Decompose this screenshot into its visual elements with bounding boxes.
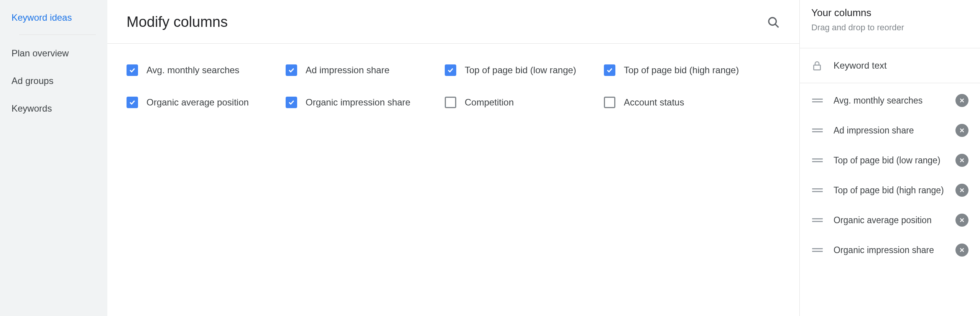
sidebar-item-ad-groups[interactable]: Ad groups [0, 67, 107, 95]
remove-column-button[interactable] [955, 94, 968, 107]
remove-column-button[interactable] [955, 124, 968, 137]
your-column-label: Organic impression share [834, 244, 945, 256]
your-columns-header: Your columns Drag and drop to reorder [800, 0, 980, 42]
sidebar-separator [19, 35, 96, 35]
your-columns-subtitle: Drag and drop to reorder [811, 23, 968, 33]
sidebar-item-keywords[interactable]: Keywords [0, 95, 107, 122]
option-account-status[interactable]: Account status [604, 96, 763, 109]
checkbox-icon [127, 64, 138, 76]
option-organic-avg-position[interactable]: Organic average position [127, 96, 286, 109]
sidebar-item-keyword-ideas[interactable]: Keyword ideas [0, 4, 107, 31]
checkbox-icon [445, 97, 456, 108]
option-label: Top of page bid (high range) [624, 64, 739, 77]
your-column-item[interactable]: Top of page bid (low range) [800, 145, 980, 175]
option-avg-monthly-searches[interactable]: Avg. monthly searches [127, 64, 286, 77]
page-title: Modify columns [127, 14, 228, 30]
your-column-label: Avg. monthly searches [834, 94, 945, 107]
your-column-label: Top of page bid (low range) [834, 154, 945, 166]
sidebar-item-plan-overview[interactable]: Plan overview [0, 40, 107, 67]
your-column-item[interactable]: Avg. monthly searches [800, 86, 980, 115]
sidebar-item-label: Plan overview [12, 48, 69, 58]
your-column-label: Top of page bid (high range) [834, 184, 945, 196]
your-columns-list: Avg. monthly searches Ad impression shar… [800, 86, 980, 316]
your-column-item[interactable]: Organic impression share [800, 235, 980, 265]
your-columns-panel: Your columns Drag and drop to reorder Ke… [800, 0, 980, 316]
svg-point-0 [769, 18, 776, 25]
svg-rect-2 [814, 65, 821, 70]
checkbox-icon [286, 97, 297, 108]
option-label: Avg. monthly searches [146, 64, 239, 77]
main-header: Modify columns [107, 0, 799, 44]
drag-handle-icon[interactable] [811, 218, 824, 222]
search-icon[interactable] [766, 15, 780, 29]
your-column-label: Organic average position [834, 214, 945, 226]
sidebar-item-label: Keyword ideas [12, 12, 72, 23]
checkbox-icon [286, 64, 297, 76]
drag-handle-icon[interactable] [811, 158, 824, 162]
option-top-of-page-bid-high[interactable]: Top of page bid (high range) [604, 64, 763, 77]
your-column-label: Ad impression share [834, 124, 945, 137]
locked-column-row: Keyword text [800, 48, 980, 83]
svg-line-1 [775, 24, 779, 27]
sidebar-item-label: Ad groups [12, 76, 53, 86]
option-label: Account status [624, 96, 684, 109]
main-panel: Modify columns Avg. monthly searches [107, 0, 800, 316]
drag-handle-icon[interactable] [811, 128, 824, 132]
remove-column-button[interactable] [955, 184, 968, 197]
your-column-item[interactable]: Organic average position [800, 205, 980, 235]
drag-handle-icon[interactable] [811, 248, 824, 252]
sidebar-item-label: Keywords [12, 103, 52, 114]
option-label: Organic impression share [306, 96, 410, 109]
sidebar: Keyword ideas Plan overview Ad groups Ke… [0, 0, 107, 316]
your-columns-title: Your columns [811, 7, 968, 19]
lock-icon [811, 60, 823, 71]
remove-column-button[interactable] [955, 244, 968, 257]
option-label: Ad impression share [306, 64, 390, 77]
locked-column-label: Keyword text [834, 60, 887, 71]
drag-handle-icon[interactable] [811, 188, 824, 192]
your-column-item[interactable]: Ad impression share [800, 115, 980, 145]
option-label: Top of page bid (low range) [465, 64, 576, 77]
option-competition[interactable]: Competition [445, 96, 604, 109]
option-ad-impression-share[interactable]: Ad impression share [286, 64, 445, 77]
option-label: Competition [465, 96, 514, 109]
option-top-of-page-bid-low[interactable]: Top of page bid (low range) [445, 64, 604, 77]
option-label: Organic average position [146, 96, 249, 109]
column-options-grid: Avg. monthly searches Ad impression shar… [107, 44, 782, 128]
checkbox-icon [445, 64, 456, 76]
your-column-item[interactable]: Top of page bid (high range) [800, 175, 980, 205]
checkbox-icon [604, 97, 615, 108]
option-organic-impression-share[interactable]: Organic impression share [286, 96, 445, 109]
remove-column-button[interactable] [955, 214, 968, 227]
remove-column-button[interactable] [955, 154, 968, 167]
checkbox-icon [127, 97, 138, 108]
drag-handle-icon[interactable] [811, 99, 824, 102]
checkbox-icon [604, 64, 615, 76]
